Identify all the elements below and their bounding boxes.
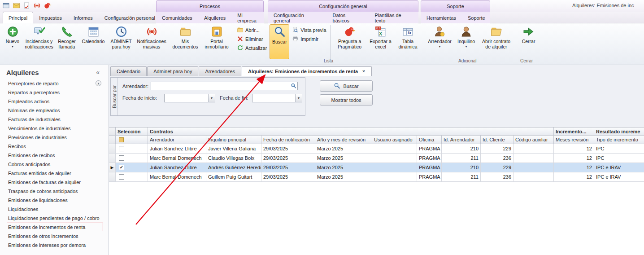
sidebar-item-emisiones-de-incrementos-de-renta[interactable]: Emisiones de incrementos de renta <box>0 223 109 232</box>
fecha-inicio-combo[interactable]: ▼ <box>164 94 215 102</box>
imprimir-button[interactable]: Imprimir <box>291 35 327 43</box>
table-row[interactable]: Marc Bernal DomenechClaudio Villegas Boi… <box>109 154 644 163</box>
row-select-cell[interactable] <box>116 163 148 172</box>
tab-informes[interactable]: Informes <box>68 12 99 23</box>
fecha-fin-combo[interactable]: ▼ <box>252 94 302 102</box>
vista-previa-button[interactable]: Vista previa <box>291 26 327 34</box>
tab-configuracion-personal[interactable]: Configuración personal <box>99 12 161 23</box>
sidebar-item-nominas-de-empleados[interactable]: Nóminas de empleados <box>0 106 109 115</box>
column-header-arrendador[interactable]: Arrendador <box>148 136 206 144</box>
tab-datos-basicos[interactable]: Datos básicos <box>327 12 369 23</box>
incidencias-y-notificaciones-button[interactable]: Incidencias y notificaciones <box>24 24 54 59</box>
column-header-usuario-asignado[interactable]: Usuario asignado <box>372 136 417 144</box>
window-icon[interactable] <box>2 2 10 9</box>
table-row[interactable]: ▶Julian Sanchez LlibreAndrés Gutiérrez H… <box>109 163 644 172</box>
buscar-button[interactable]: Buscar <box>320 80 373 92</box>
band-contratos[interactable]: Contratos <box>148 128 554 136</box>
doc-tab-arrendadores[interactable]: Arrendadores <box>199 66 241 76</box>
sidebar-item-perceptores-de-reparto[interactable]: Perceptores de reparto▴ <box>0 79 109 88</box>
row-checkbox[interactable] <box>119 165 124 170</box>
sidebar-item-emisiones-de-facturas-de-alquiler[interactable]: Emisiones de facturas de alquiler <box>0 178 109 187</box>
chevron-down-icon[interactable]: ▼ <box>295 94 302 102</box>
sidebar-item-facturas-de-industriales[interactable]: Facturas de industriales <box>0 115 109 124</box>
collapse-sidebar-icon[interactable]: « <box>96 69 100 76</box>
table-row[interactable]: Julian Sanchez LlibreJavier Villena Gali… <box>109 144 644 154</box>
row-checkbox[interactable] <box>119 174 124 180</box>
select-all-checkbox[interactable] <box>119 137 124 142</box>
inquilino-button[interactable]: Inquilino▾ <box>455 24 478 59</box>
band-seleccion[interactable]: Selección <box>116 128 148 136</box>
sidebar-item-previsiones-de-industriales[interactable]: Previsiones de industriales <box>0 133 109 142</box>
tabla-dinamica-button[interactable]: fxTabla dinámica <box>394 24 422 59</box>
tab-comunidades[interactable]: Comunidades <box>156 12 198 23</box>
sidebar-item-emisiones-de-recibos[interactable]: Emisiones de recibos <box>0 151 109 160</box>
sidebar-item-recibos[interactable]: Recibos <box>0 142 109 151</box>
sidebar-item-liquidaciones[interactable]: Liquidaciones <box>0 205 109 214</box>
bird-icon[interactable] <box>44 2 51 9</box>
row-select-cell[interactable] <box>116 172 148 182</box>
sidebar-item-repartos-a-perceptores[interactable]: Repartos a perceptores <box>0 88 109 97</box>
sidebar-item-emisiones-de-liquidaciones[interactable]: Emisiones de liquidaciones <box>0 196 109 205</box>
buscar-ribbon-button[interactable]: Buscar <box>270 24 289 59</box>
tab-impuestos[interactable]: Impuestos <box>33 12 68 23</box>
table-row[interactable]: Marc Bernal DomenechGuillem Puig Guitart… <box>109 172 644 182</box>
nuevo-button[interactable]: Nuevo▾ <box>2 24 23 59</box>
actualizar-button[interactable]: Actualizar <box>235 44 268 52</box>
column-header-oficina[interactable]: Oficina <box>417 136 442 144</box>
row-select-cell[interactable] <box>116 144 148 154</box>
column-header-codigo-auxiliar[interactable]: Código auxiliar <box>513 136 554 144</box>
band-incremento[interactable]: Incremento... <box>554 128 594 136</box>
column-header-id-cliente[interactable]: Id. Cliente <box>481 136 513 144</box>
doc-tab-alquileres-emisiones-de-incrementos-de-renta[interactable]: Alquileres: Emisiones de incrementos de … <box>242 66 372 76</box>
tab-soporte[interactable]: Soporte <box>462 12 491 23</box>
exportar-a-excel-button[interactable]: XLSXExportar a excel <box>368 24 393 59</box>
mail-icon[interactable] <box>13 2 20 9</box>
close-tab-icon[interactable]: ✕ <box>362 69 366 74</box>
portal-inmobiliario-button[interactable]: Portal inmobiliario <box>202 24 231 59</box>
mostrar-todos-button[interactable]: Mostrar todos <box>320 94 373 106</box>
pregunta-a-pragmatico-button[interactable]: Pregunta a Pragmático <box>332 24 367 59</box>
doc-tab-adminet-para-hoy[interactable]: Adminet para hoy <box>147 66 198 76</box>
row-checkbox[interactable] <box>119 146 124 151</box>
arrendador-field[interactable] <box>151 83 289 91</box>
row-select-cell[interactable] <box>116 154 148 163</box>
recoger-llamada-button[interactable]: Recoger llamada <box>55 24 78 59</box>
tab-mi-empresa[interactable]: Mi empresa <box>231 12 264 23</box>
column-header-inquilino-principal[interactable]: Inquilino principal <box>206 136 261 144</box>
sidebar-item-cobros-anticipados[interactable]: Cobros anticipados <box>0 160 109 169</box>
column-header-tipo-de-incremento[interactable]: Tipo de incremento <box>594 136 644 144</box>
band-resultado-increme[interactable]: Resultado increme <box>594 128 644 136</box>
notificaciones-masivas-button[interactable]: Notificaciones masivas <box>135 24 168 59</box>
sidebar-item-liquidaciones-pendientes-de-pago-cobro[interactable]: Liquidaciones pendientes de pago / cobro <box>0 214 109 223</box>
arrendador-input[interactable] <box>151 82 298 90</box>
scroll-up-icon[interactable]: ▴ <box>96 80 101 86</box>
sidebar-item-emisiones-de-intereses-por-demora[interactable]: Emisiones de intereses por demora <box>0 241 109 250</box>
abrir-button[interactable]: Abrir... <box>235 26 268 34</box>
broadcast-icon[interactable] <box>33 2 41 9</box>
arrendador-button[interactable]: Arrendador▾ <box>426 24 454 59</box>
doc-tab-calendario[interactable]: Calendario <box>110 66 147 76</box>
sidebar-item-emisiones-de-otros-incrementos[interactable]: Emisiones de otros incrementos <box>0 232 109 241</box>
column-header-meses-revision[interactable]: Meses revisión <box>554 136 594 144</box>
tab-herramientas[interactable]: Herramientas <box>421 12 462 23</box>
sidebar-item-traspaso-de-cobros-anticipados[interactable]: Traspaso de cobros anticipados <box>0 187 109 196</box>
search-lookup-icon[interactable] <box>291 83 296 89</box>
sidebar-item-vencimientos-de-industriales[interactable]: Vencimientos de industriales <box>0 124 109 133</box>
row-checkbox[interactable] <box>119 155 124 161</box>
column-header-ano-y-mes-de-revision[interactable]: Año y mes de revisión <box>315 136 372 144</box>
cerrar-button[interactable]: Cerrar <box>518 24 540 59</box>
tab-alquileres[interactable]: Alquileres <box>198 12 231 23</box>
adminet-para-hoy-button[interactable]: ADMINET para hoy <box>108 24 134 59</box>
sidebar-item-empleados-activos[interactable]: Empleados activos <box>0 97 109 106</box>
abrir-contrato-de-alquiler-button[interactable]: Abrir contrato de alquiler <box>479 24 514 59</box>
column-header-fecha-de-notificacion[interactable]: Fecha de notificación <box>261 136 315 144</box>
tab-plantillas-de-texto[interactable]: Plantillas de texto <box>369 12 418 23</box>
mis-documentos-button[interactable]: Mis documentos <box>169 24 201 59</box>
chevron-down-icon[interactable]: ▼ <box>208 94 215 102</box>
tab-configuracion-general[interactable]: Configuración general <box>268 12 327 23</box>
eliminar-button[interactable]: Eliminar <box>235 35 268 43</box>
tab-principal[interactable]: Principal <box>3 12 33 23</box>
column-header-seleccion[interactable] <box>116 136 148 144</box>
note-icon[interactable] <box>23 2 30 9</box>
calendario-button[interactable]: Calendario <box>79 24 107 59</box>
